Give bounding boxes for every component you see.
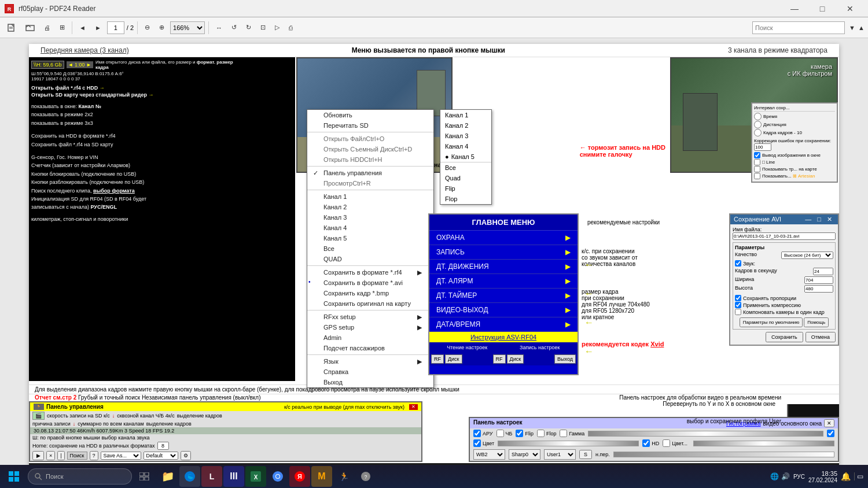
zoom-select[interactable]: 166%100%150%200% — [170, 21, 205, 34]
sp-save-btn[interactable]: S — [579, 450, 592, 459]
notifications-btn[interactable]: 🔔 — [841, 472, 851, 481]
sp-close-btn[interactable]: ✕ — [824, 419, 834, 427]
ctx-save-bmp[interactable]: Сохранить кадр *.bmp — [307, 288, 433, 298]
avi-combine-cb[interactable] — [735, 309, 741, 315]
ctx-save-rf4[interactable]: Сохранить в формате *.rf4 — [307, 267, 433, 278]
taskbar-app-m[interactable]: M — [311, 466, 332, 487]
avi-defaults-btn[interactable]: Параметры по умолчанию — [740, 317, 803, 327]
minimize-button[interactable]: — — [781, 0, 808, 17]
sp-unclear-cb[interactable] — [663, 439, 670, 447]
avi-help-btn[interactable]: Помощь — [804, 317, 829, 327]
ctx-all[interactable]: Все — [307, 243, 433, 254]
dvr-video-out[interactable]: ВИДЕО-ВЫХОД▶ — [429, 303, 578, 317]
avi-cancel-btn[interactable]: Отмена — [806, 332, 836, 342]
ch-item-4[interactable]: Канал 4 — [440, 141, 491, 151]
view-toolbar-btn[interactable]: ⊞ — [56, 23, 68, 32]
cp-question-btn[interactable]: ? — [90, 451, 98, 460]
avi-height-input[interactable] — [804, 285, 833, 293]
avi-filename-input[interactable] — [733, 232, 836, 240]
file-toolbar-btn[interactable] — [3, 22, 20, 34]
sp-bw-cb[interactable] — [496, 430, 504, 437]
ctx-gps-setup[interactable]: GPS setup — [307, 322, 433, 332]
dvr-btn-disk1[interactable]: Диск — [445, 354, 462, 364]
nav-prev-btn[interactable]: ◄ — [76, 23, 89, 32]
avi-maximize-btn[interactable]: □ — [815, 216, 823, 223]
show-desktop-btn[interactable]: ▭ — [854, 472, 863, 480]
start-button[interactable] — [2, 467, 25, 486]
ctx-passengers[interactable]: Подсчет пассажиров — [307, 343, 433, 353]
dvr-dt-alarm[interactable]: ДТ. АЛЯРМ▶ — [429, 274, 578, 289]
rotate-right-btn[interactable]: ↻ — [242, 23, 255, 32]
ctx-control-panel[interactable]: Панель управления — [307, 168, 433, 178]
page-input[interactable] — [107, 21, 124, 34]
sp-hd-cb[interactable] — [642, 439, 650, 447]
ctx-save-original[interactable]: Сохранить оригинал на карту — [307, 298, 433, 309]
sp-check2[interactable] — [827, 430, 834, 437]
ch-item-5[interactable]: Канал 5 — [440, 151, 491, 162]
search-up-btn[interactable]: ▲ — [855, 23, 868, 32]
open-toolbar-btn[interactable] — [22, 22, 38, 34]
taskview-btn[interactable] — [134, 466, 155, 487]
cp-gear-btn[interactable]: ⚙ — [181, 451, 191, 460]
sp-color-cb[interactable] — [473, 439, 481, 447]
sp-flop-cb[interactable] — [537, 430, 545, 437]
search-input[interactable] — [752, 21, 845, 34]
ctx-help[interactable]: Справка — [307, 367, 433, 377]
avi-sound-cb[interactable] — [735, 260, 741, 267]
ctx-quad[interactable]: QUAD — [307, 254, 433, 264]
cp-close-btn[interactable]: ✕ — [409, 404, 418, 410]
dvr-ohrana[interactable]: ОХРАНА▶ — [429, 231, 578, 245]
sp-color-slider[interactable] — [498, 441, 639, 446]
ctx-rfxx-setup[interactable]: RFxx setup — [307, 312, 433, 322]
sp-slider3[interactable] — [693, 441, 834, 446]
ch-item-flip[interactable]: Flip — [440, 183, 491, 194]
taskbar-app-3[interactable]: III — [223, 466, 244, 487]
language-indicator[interactable]: РУС — [793, 474, 805, 480]
dvr-btn-disk2[interactable]: Диск — [507, 354, 524, 364]
clock[interactable]: 18:35 27.02.2024 — [808, 470, 837, 483]
cp-step-btn[interactable]: | — [57, 451, 64, 460]
fit-width-btn[interactable]: ↔ — [212, 23, 226, 32]
sp-user-select[interactable]: User1User2 — [544, 449, 576, 460]
ch-item-quad[interactable]: Quad — [440, 173, 491, 183]
ctx-view[interactable]: ПросмотрCtrl+R — [307, 178, 433, 188]
avi-proportions-cb[interactable] — [735, 295, 741, 301]
taskbar-app-browser1[interactable] — [179, 466, 200, 487]
ch-item-2[interactable]: Канал 2 — [440, 120, 491, 131]
cp-stop-btn[interactable]: × — [46, 451, 55, 460]
cp-default-select[interactable]: Default — [144, 452, 178, 460]
dvr-datetime[interactable]: ДАТА/ВРЕМЯ▶ — [429, 317, 578, 332]
zoom-in-btn[interactable]: ⊕ — [156, 23, 168, 32]
dvr-instruction[interactable]: Инструкция ASV-RF04 — [429, 332, 578, 342]
taskbar-app-yandex[interactable]: Я — [289, 466, 310, 487]
nav-next-btn[interactable]: ► — [91, 23, 105, 32]
dvr-dt-dvizh[interactable]: ДТ. ДВИЖЕНИЯ▶ — [429, 260, 578, 274]
ctx-refresh[interactable]: Обновить — [307, 110, 433, 120]
cp-save-as-select[interactable]: Save As... — [101, 452, 141, 460]
ctx-ch2[interactable]: Канал 2 — [307, 202, 433, 212]
taskbar-app-l[interactable]: L — [201, 466, 222, 487]
sp-sharp-select[interactable]: Sharp0Sharp1Sharp2 — [509, 449, 540, 460]
sp-aru-cb[interactable] — [473, 430, 481, 437]
avi-compress-cb[interactable] — [735, 302, 741, 308]
dvr-btn-rf1[interactable]: RF — [431, 354, 444, 364]
dvr-zapis[interactable]: ЗАПИСЬ▶ — [429, 245, 578, 260]
ch-item-all[interactable]: Все — [440, 162, 491, 173]
taskbar-app-excel[interactable]: X — [245, 466, 266, 487]
ctx-open-file[interactable]: Открыть ФайлCtrl+O — [307, 134, 433, 144]
close-button[interactable]: ✕ — [837, 0, 863, 17]
ctx-ch3[interactable]: Канал 3 — [307, 212, 433, 223]
sp-flip-cb[interactable] — [516, 430, 523, 437]
export-btn[interactable]: ⎙ — [285, 23, 296, 32]
sp-gamma-slider[interactable] — [588, 431, 823, 437]
ch-item-flop[interactable]: Flop — [440, 194, 491, 204]
rotate-left-btn[interactable]: ↺ — [228, 23, 240, 32]
fit-page-btn[interactable]: ⊡ — [257, 23, 269, 32]
ctx-save-avi[interactable]: Сохранить в формате *.avi — [307, 278, 433, 288]
cp-play-btn[interactable]: ▶ — [32, 451, 44, 460]
ch-item-3[interactable]: Канал 3 — [440, 131, 491, 141]
avi-quality-select[interactable]: Высокое (24 бит) — [781, 252, 833, 259]
cp-search-btn[interactable]: Поиск — [67, 452, 87, 460]
taskbar-app-explorer[interactable]: 📁 — [157, 466, 178, 487]
avi-close-btn[interactable]: ✕ — [825, 216, 834, 223]
